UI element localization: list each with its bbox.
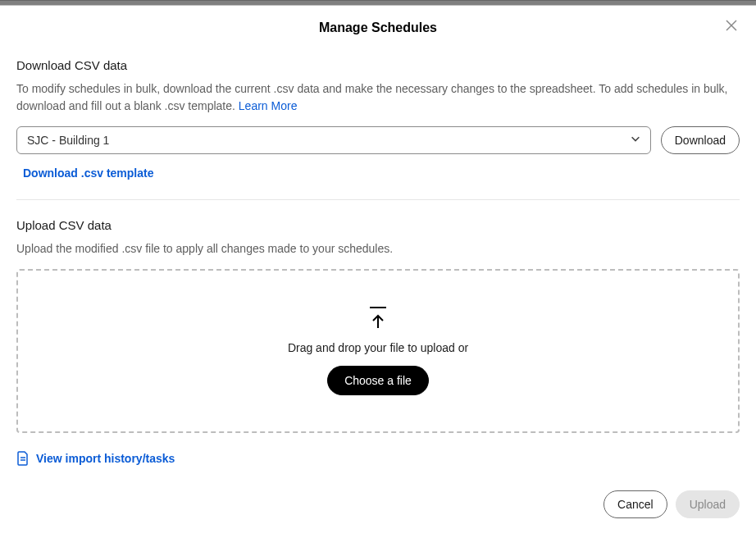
cancel-button-label: Cancel	[617, 498, 654, 511]
upload-icon	[370, 307, 386, 330]
download-section-description: To modify schedules in bulk, download th…	[16, 80, 740, 115]
modal-header: Manage Schedules	[16, 21, 740, 35]
cancel-button[interactable]: Cancel	[603, 490, 667, 518]
view-history-link[interactable]: View import history/tasks	[16, 451, 175, 466]
location-select[interactable]: SJC - Building 1	[16, 126, 651, 154]
download-section-heading: Download CSV data	[16, 58, 740, 72]
download-button[interactable]: Download	[661, 126, 740, 154]
close-button[interactable]	[723, 19, 740, 35]
file-dropzone[interactable]: Drag and drop your file to upload or Cho…	[16, 269, 740, 433]
document-icon	[16, 451, 30, 466]
view-history-label: View import history/tasks	[36, 452, 175, 465]
upload-section-description: Upload the modified .csv file to apply a…	[16, 240, 740, 258]
location-select-wrap: SJC - Building 1	[16, 126, 651, 154]
download-row: SJC - Building 1 Download	[16, 126, 740, 154]
manage-schedules-modal: Manage Schedules Download CSV data To mo…	[0, 6, 756, 528]
location-select-value: SJC - Building 1	[27, 134, 109, 147]
section-divider	[16, 199, 740, 200]
close-icon	[725, 19, 738, 32]
choose-file-button-label: Choose a file	[344, 374, 412, 387]
modal-title: Manage Schedules	[16, 21, 740, 35]
download-template-link[interactable]: Download .csv template	[23, 166, 153, 180]
modal-footer: Cancel Upload	[16, 490, 740, 528]
upload-section-heading: Upload CSV data	[16, 218, 740, 232]
download-button-label: Download	[675, 134, 726, 147]
learn-more-link[interactable]: Learn More	[239, 99, 298, 112]
dropzone-text: Drag and drop your file to upload or	[288, 341, 468, 354]
upload-button: Upload	[676, 490, 740, 518]
choose-file-button[interactable]: Choose a file	[327, 366, 429, 395]
window-topbar	[0, 0, 756, 6]
upload-button-label: Upload	[690, 498, 726, 511]
download-description-text: To modify schedules in bulk, download th…	[16, 82, 728, 112]
